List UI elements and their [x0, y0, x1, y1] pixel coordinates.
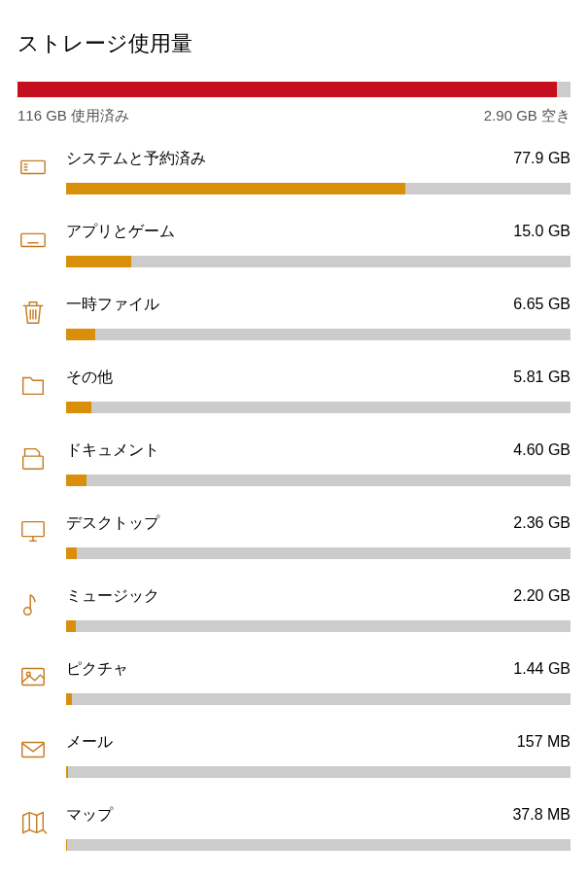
- category-name: ピクチャ: [66, 659, 128, 680]
- category-size: 5.81 GB: [513, 369, 571, 386]
- category-name: マップ: [66, 805, 113, 826]
- category-bar: [66, 475, 571, 486]
- category-size: 37.8 MB: [512, 806, 571, 824]
- category-body: 一時ファイル6.65 GB: [66, 295, 571, 340]
- category-name: アプリとゲーム: [66, 222, 175, 242]
- category-bar: [66, 839, 571, 851]
- trash-icon: [17, 297, 49, 328]
- category-body: デスクトップ2.36 GB: [66, 513, 571, 559]
- category-name: デスクトップ: [66, 513, 159, 534]
- mail-icon: [17, 734, 49, 765]
- category-bar: [66, 547, 571, 559]
- category-name: 一時ファイル: [66, 295, 159, 315]
- category-body: ミュージック2.20 GB: [66, 586, 571, 632]
- category-fill: [66, 475, 86, 486]
- music-icon: [17, 588, 49, 619]
- category-bar: [66, 693, 571, 705]
- category-apps[interactable]: アプリとゲーム15.0 GB: [17, 222, 571, 267]
- category-body: ピクチャ1.44 GB: [66, 659, 571, 705]
- category-fill: [66, 402, 91, 413]
- category-music[interactable]: ミュージック2.20 GB: [17, 586, 571, 632]
- category-size: 6.65 GB: [513, 296, 571, 313]
- category-pictures[interactable]: ピクチャ1.44 GB: [17, 659, 571, 705]
- category-size: 77.9 GB: [513, 150, 571, 167]
- category-other[interactable]: その他5.81 GB: [17, 368, 571, 413]
- category-size: 15.0 GB: [513, 223, 571, 240]
- category-bar: [66, 256, 571, 267]
- category-desktop[interactable]: デスクトップ2.36 GB: [17, 513, 571, 559]
- map-icon: [17, 807, 49, 838]
- category-fill: [66, 693, 72, 705]
- category-body: メール157 MB: [66, 732, 571, 778]
- category-maps[interactable]: マップ37.8 MB: [17, 805, 571, 851]
- category-list: システムと予約済み77.9 GBアプリとゲーム15.0 GB一時ファイル6.65…: [17, 149, 571, 851]
- category-bar: [66, 402, 571, 413]
- image-icon: [17, 661, 49, 692]
- document-icon: [17, 442, 49, 474]
- free-label: 2.90 GB 空き: [484, 107, 571, 125]
- category-fill: [66, 256, 131, 267]
- category-name: システムと予約済み: [66, 149, 206, 169]
- category-body: ドキュメント4.60 GB: [66, 440, 571, 486]
- category-fill: [66, 766, 68, 778]
- category-body: システムと予約済み77.9 GB: [66, 149, 571, 194]
- category-body: マップ37.8 MB: [66, 805, 571, 851]
- category-name: ドキュメント: [66, 440, 159, 461]
- total-usage-bar: [17, 82, 571, 97]
- system-icon: [17, 151, 49, 182]
- category-bar: [66, 766, 571, 778]
- total-usage-fill: [17, 82, 557, 97]
- category-size: 1.44 GB: [513, 660, 571, 678]
- category-name: ミュージック: [66, 586, 159, 607]
- desktop-icon: [17, 515, 49, 546]
- keyboard-icon: [17, 224, 49, 255]
- category-fill: [66, 620, 76, 632]
- category-system[interactable]: システムと予約済み77.9 GB: [17, 149, 571, 194]
- category-docs[interactable]: ドキュメント4.60 GB: [17, 440, 571, 486]
- category-name: メール: [66, 732, 113, 753]
- category-body: その他5.81 GB: [66, 368, 571, 413]
- category-fill: [66, 547, 77, 559]
- category-size: 2.20 GB: [513, 587, 571, 605]
- category-body: アプリとゲーム15.0 GB: [66, 222, 571, 267]
- category-fill: [66, 839, 67, 851]
- category-temp[interactable]: 一時ファイル6.65 GB: [17, 295, 571, 340]
- category-size: 157 MB: [517, 733, 571, 751]
- category-bar: [66, 620, 571, 632]
- category-bar: [66, 329, 571, 340]
- page-title: ストレージ使用量: [17, 29, 571, 58]
- total-labels: 116 GB 使用済み 2.90 GB 空き: [17, 107, 571, 125]
- category-fill: [66, 329, 95, 340]
- category-name: その他: [66, 368, 113, 388]
- category-fill: [66, 183, 405, 194]
- category-size: 4.60 GB: [513, 441, 571, 459]
- category-bar: [66, 183, 571, 194]
- folder-icon: [17, 370, 49, 401]
- category-size: 2.36 GB: [513, 514, 571, 532]
- category-mail[interactable]: メール157 MB: [17, 732, 571, 778]
- used-label: 116 GB 使用済み: [17, 107, 129, 125]
